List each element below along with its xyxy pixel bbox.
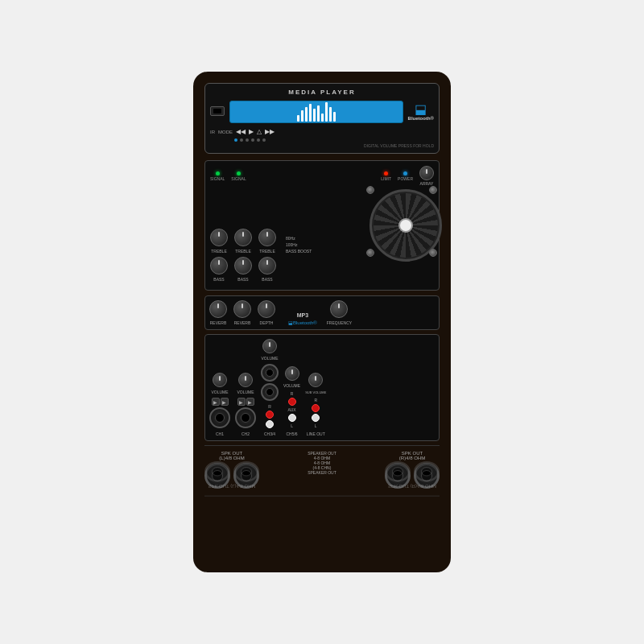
vol-knob-2[interactable] xyxy=(238,373,253,387)
sub-vol-knob[interactable] xyxy=(308,373,323,387)
xlr-inner-1 xyxy=(215,413,225,423)
bar-10 xyxy=(333,112,336,122)
digital-vol-area: DIGITAL VOLUME PRESS FOR HOLD xyxy=(210,142,434,148)
play-btn[interactable]: ▶ xyxy=(249,128,254,135)
screw-br xyxy=(429,249,437,257)
reverb-label-1: REVERB xyxy=(210,320,227,325)
limit-label: LIMIT xyxy=(381,176,391,181)
dot-2 xyxy=(240,138,243,142)
reverb-knob-2[interactable] xyxy=(233,300,251,318)
rca-r-area: R xyxy=(266,404,274,428)
vol-knob-3[interactable] xyxy=(262,339,277,353)
bass-knob-3[interactable] xyxy=(258,257,276,275)
ch34-jacks xyxy=(261,364,279,401)
bass-col-2: BASS xyxy=(234,257,252,282)
xlr-port-1[interactable] xyxy=(209,407,230,428)
signal-led-2 xyxy=(237,171,241,175)
treble-knob-3[interactable] xyxy=(258,229,276,246)
reverb-col-1: REVERB xyxy=(209,300,227,325)
rca-ch56: R AUX L xyxy=(287,391,295,428)
speaker-icons-1: ▶ ▶ xyxy=(212,398,229,406)
treble-col-2: TREBLE xyxy=(234,229,252,254)
ref-speakon-l1-inner xyxy=(212,467,223,476)
array-label: ARRAY xyxy=(420,181,434,186)
vol-label-1: VOLUME xyxy=(211,390,228,394)
reflection-spk-row: SPK OUT (L)4/8 OHM SPK OUT (R)4/8 OHM xyxy=(204,457,440,491)
jack-inner-2 xyxy=(266,388,274,396)
limit-led xyxy=(384,171,388,175)
bar-7 xyxy=(321,114,324,122)
rca-white-2[interactable] xyxy=(288,414,296,422)
spk-icon-3: ▶ xyxy=(237,398,246,406)
rca-white-1[interactable] xyxy=(266,420,274,428)
vol-knob-4[interactable] xyxy=(285,366,299,381)
lineout-rca: SUB VOLUME R L xyxy=(305,373,326,428)
signal-row: SIGNAL SIGNAL LIMIT POWER ARRAY xyxy=(210,166,434,186)
reverb-col-2: REVERB xyxy=(233,300,251,325)
treble-col-1: TREBLE xyxy=(210,229,228,254)
bass-knob-2[interactable] xyxy=(234,257,252,275)
media-player-title: MEDIA PLAYER xyxy=(210,89,434,96)
ref-spk-right: SPK OUT (R)4/8 OHM xyxy=(385,461,440,488)
ref-speakon-r2 xyxy=(414,461,440,482)
eject-btn[interactable]: △ xyxy=(257,128,262,135)
prev-btn[interactable]: ◀◀ xyxy=(236,128,246,135)
frequency-label: FREQUENCY xyxy=(327,320,352,325)
usb-slot[interactable] xyxy=(210,106,225,116)
ref-speakon-r2-inner xyxy=(421,467,432,476)
reverb-row: REVERB REVERB DEPTH MP3 ⬓Bluetooth® FREQ… xyxy=(209,300,435,325)
bar-3 xyxy=(305,107,308,122)
treble-knob-1[interactable] xyxy=(210,229,228,246)
usb-area xyxy=(210,106,225,118)
vol-knob-1[interactable] xyxy=(213,373,227,387)
ref-speakon-l2-inner xyxy=(241,467,252,476)
signal-1-area: SIGNAL xyxy=(210,171,225,181)
mode-label: MODE xyxy=(218,130,233,134)
screw-tr xyxy=(429,186,437,194)
frequency-knob[interactable] xyxy=(330,300,348,318)
depth-label: DEPTH xyxy=(260,320,274,325)
reverb-label-2: REVERB xyxy=(234,320,251,325)
vol-label-2: VOLUME xyxy=(237,390,254,394)
next-btn[interactable]: ▶▶ xyxy=(265,128,275,135)
screw-tl xyxy=(366,186,374,194)
rca-white-3[interactable] xyxy=(312,414,320,422)
signal-label-2: SIGNAL xyxy=(231,176,246,181)
ref-spk-left: SPK OUT (L)4/8 OHM xyxy=(204,461,259,488)
power-area: POWER xyxy=(398,171,413,181)
rca-red-2[interactable] xyxy=(288,398,296,406)
bar-2 xyxy=(301,110,303,122)
array-area: ARRAY xyxy=(419,166,434,186)
array-knob[interactable] xyxy=(419,166,434,180)
jack-port-2[interactable] xyxy=(261,383,279,401)
freq-80-label: 80Hz xyxy=(286,236,295,241)
reverb-knob-1[interactable] xyxy=(209,300,227,318)
frequency-col: FREQUENCY xyxy=(327,300,352,325)
rca-red-3[interactable] xyxy=(312,404,320,412)
signal-2-area: SIGNAL xyxy=(231,171,246,181)
jack-port-1[interactable] xyxy=(261,364,279,382)
ref-speakon-l1 xyxy=(204,461,230,482)
aux-label: AUX xyxy=(287,407,295,412)
bar-5 xyxy=(313,109,316,122)
ref-speakon-r1 xyxy=(385,461,411,482)
ref-spk-left-ports xyxy=(204,461,259,482)
treble-knob-2[interactable] xyxy=(234,229,252,246)
depth-knob[interactable] xyxy=(258,300,275,318)
bass-boost-area: 80Hz 100Hz BASS BOOST xyxy=(286,236,363,254)
ch2-col: VOLUME ▶ ▶ CH2 xyxy=(235,373,256,436)
treble-label-3: TREBLE xyxy=(259,249,275,254)
treble-label-2: TREBLE xyxy=(235,249,250,254)
bass-knob-1[interactable] xyxy=(210,257,228,275)
rca-red-1[interactable] xyxy=(266,411,274,419)
ch34-col: VOLUME R CH3/4 xyxy=(261,339,279,436)
ch1-label: CH1 xyxy=(216,431,224,436)
xlr-inner-2 xyxy=(241,413,250,423)
eq-section: SIGNAL SIGNAL LIMIT POWER ARRAY xyxy=(204,160,440,291)
ch2-label: CH2 xyxy=(242,431,250,436)
vol-label-3: VOLUME xyxy=(261,356,278,361)
xlr-port-2[interactable] xyxy=(235,407,256,428)
l-label-2: L xyxy=(315,423,317,428)
lineout-label: LINE OUT xyxy=(307,431,325,436)
limit-area: LIMIT xyxy=(381,171,391,181)
